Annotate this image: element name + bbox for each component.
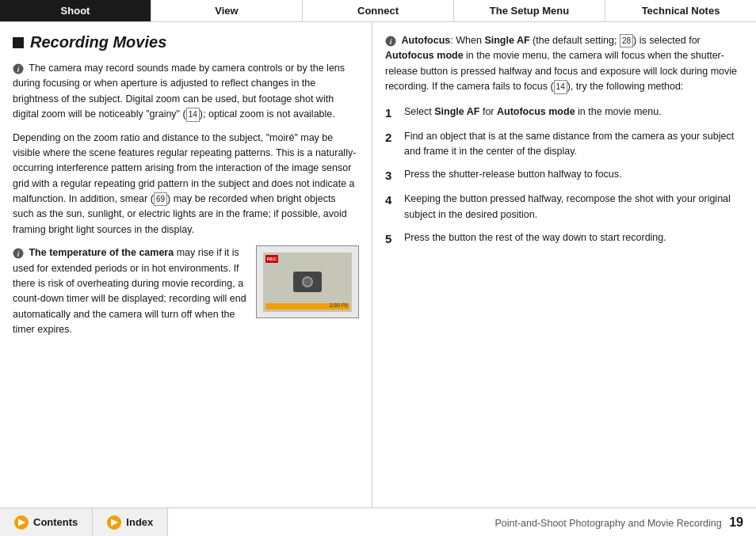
bottom-nav-buttons: ▶ Contents ▶ Index [0,508,168,536]
nav-setup-menu[interactable]: The Setup Menu [454,0,605,21]
steps-list: 1 Select Single AF for Autofocus mode in… [385,105,743,248]
nav-view[interactable]: View [151,0,303,21]
paragraph-2: Depending on the zoom ratio and distance… [13,131,359,238]
camera-lens [302,276,313,287]
camera-screen-inner: REC 1/30 F6 [263,253,352,312]
section-title: Recording Movies [13,33,359,51]
step-3: 3 Press the shutter-release button halfw… [385,167,743,184]
paragraph-1: i The camera may record sounds made by c… [13,61,359,123]
step-5: 5 Press the button the rest of the way d… [385,230,743,247]
nav-connect[interactable]: Connect [303,0,454,21]
index-arrow-icon: ▶ [107,515,121,530]
note-pencil-icon-2: i [13,248,24,259]
rec-indicator: REC [265,255,278,263]
title-block-icon [13,37,24,48]
camera-note-section: i The temperature of the camera may rise… [13,245,359,337]
step-4: 4 Keeping the button pressed halfway, re… [385,192,743,222]
contents-button[interactable]: ▶ Contents [0,508,93,536]
index-button[interactable]: ▶ Index [93,508,168,536]
bottom-bar: ▶ Contents ▶ Index Point-and-Shoot Photo… [0,507,756,536]
note-pencil-icon-3: i [385,36,396,47]
nav-shoot[interactable]: Shoot [0,0,151,21]
contents-arrow-icon: ▶ [14,515,29,530]
left-column: Recording Movies i The camera may record… [0,22,372,507]
right-column: i Autofocus: When Single AF (the default… [372,22,756,507]
main-content: Recording Movies i The camera may record… [0,22,756,507]
screen-time-text: 1/30 F6 [329,302,348,308]
page-number: 19 [729,515,743,529]
nav-technical-notes[interactable]: Technical Notes [605,0,756,21]
note-pencil-icon: i [13,63,24,74]
right-intro-paragraph: i Autofocus: When Single AF (the default… [385,33,743,95]
camera-screen-image: REC 1/30 F6 [256,245,359,318]
step-1: 1 Select Single AF for Autofocus mode in… [385,105,743,121]
step-2: 2 Find an object that is at the same dis… [385,129,743,160]
page-info: Point-and-Shoot Photography and Movie Re… [168,515,756,530]
camera-body [293,272,322,292]
top-navigation: Shoot View Connect The Setup Menu Techni… [0,0,756,22]
camera-note-text: i The temperature of the camera may rise… [13,245,248,337]
